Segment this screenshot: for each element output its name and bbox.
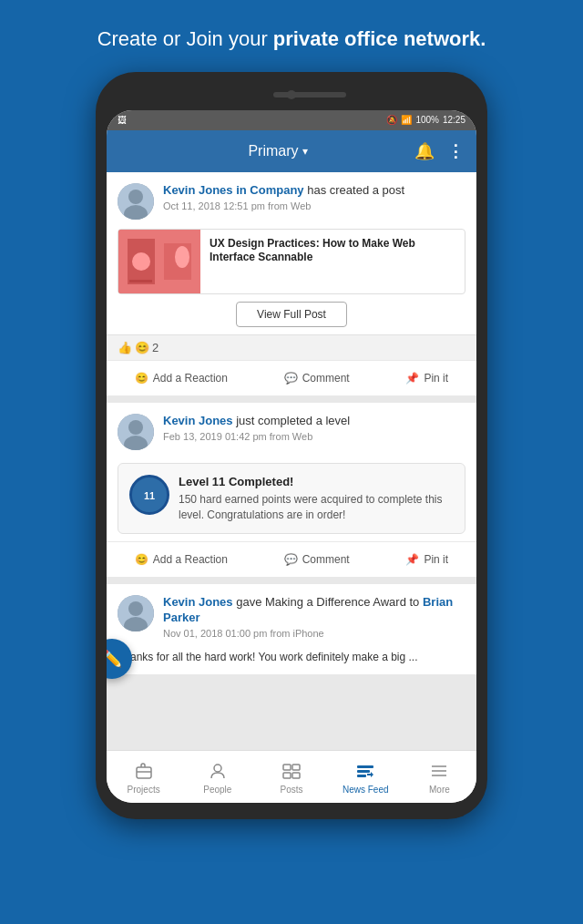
post-1-add-reaction-button[interactable]: 😊 Add a Reaction — [128, 368, 235, 388]
nav-label-newsfeed: News Feed — [343, 785, 389, 795]
post-1-time: Oct 11, 2018 12:51 pm from Web — [163, 200, 465, 211]
phone-screen: 🖼 🔕 📶 100% 12:25 Primary ▾ 🔔 ⋮ — [107, 110, 476, 803]
nav-label-projects: Projects — [128, 785, 160, 795]
phone-body: 🖼 🔕 📶 100% 12:25 Primary ▾ 🔔 ⋮ — [96, 72, 487, 819]
status-time: 12:25 — [443, 115, 465, 125]
svg-text:11: 11 — [144, 489, 155, 500]
svg-rect-20 — [283, 765, 291, 770]
post-1-link[interactable]: UX Design Practices: How to Make Web Int… — [118, 229, 465, 294]
nav-item-projects[interactable]: Projects — [107, 760, 180, 795]
headline-plain: Create or Join your — [97, 27, 273, 50]
app-header-icons: 🔔 ⋮ — [414, 141, 464, 161]
more-vertical-icon[interactable]: ⋮ — [447, 141, 464, 161]
bell-icon[interactable]: 🔔 — [414, 141, 435, 161]
status-right: 🔕 📶 100% 12:25 — [386, 115, 465, 125]
phone-speaker — [273, 92, 346, 98]
post-1-thumbnail — [118, 230, 200, 293]
post-1-actions-bar: 😊 Add a Reaction 💬 Comment 📌 Pin it — [107, 360, 476, 395]
status-image-icon: 🖼 — [118, 115, 127, 125]
briefcase-icon — [133, 760, 155, 782]
view-full-post-button[interactable]: View Full Post — [236, 302, 347, 327]
bottom-nav: Projects People — [107, 750, 476, 803]
post-1-author: Kevin Jones in Company has created a pos… — [163, 183, 465, 199]
post-2-pin-button[interactable]: 📌 Pin it — [398, 549, 455, 570]
nav-item-people[interactable]: People — [180, 760, 254, 795]
post-1-reaction-count: 👍 😊 2 — [118, 341, 159, 354]
post-3-meta: Kevin Jones gave Making a Difference Awa… — [163, 595, 465, 639]
svg-point-6 — [132, 252, 150, 271]
nav-item-newsfeed[interactable]: News Feed — [329, 760, 403, 795]
smiley-icon-2: 😊 — [135, 553, 148, 566]
pin-icon: 📌 — [405, 372, 419, 385]
svg-rect-24 — [357, 765, 373, 768]
newsfeed-icon — [354, 760, 376, 782]
status-battery: 100% — [415, 115, 439, 125]
status-left: 🖼 — [118, 115, 127, 125]
post-3-header: Kevin Jones gave Making a Difference Awa… — [107, 584, 476, 644]
svg-rect-17 — [137, 767, 151, 778]
post-1-header: Kevin Jones in Company has created a pos… — [107, 172, 476, 225]
app-title[interactable]: Primary ▾ — [248, 143, 307, 159]
post-2-actions-bar: 😊 Add a Reaction 💬 Comment 📌 Pin it — [107, 541, 476, 577]
pin-icon-2: 📌 — [405, 553, 419, 566]
status-wifi-icon: 📶 — [401, 115, 412, 125]
phone-frame: 🖼 🔕 📶 100% 12:25 Primary ▾ 🔔 ⋮ — [0, 72, 583, 819]
status-mute-icon: 🔕 — [386, 115, 397, 125]
status-bar: 🖼 🔕 📶 100% 12:25 — [107, 110, 476, 130]
comment-icon-2: 💬 — [284, 553, 298, 566]
post-3-author: Kevin Jones gave Making a Difference Awa… — [163, 595, 465, 626]
post-1-meta: Kevin Jones in Company has created a pos… — [163, 183, 465, 211]
level-title: Level 11 Completed! — [179, 475, 454, 488]
chevron-down-icon: ▾ — [302, 145, 308, 158]
post-3-time: Nov 01, 2018 01:00 pm from iPhone — [163, 628, 465, 639]
post-1-pin-button[interactable]: 📌 Pin it — [398, 368, 455, 388]
post-2-header: Kevin Jones just completed a level Feb 1… — [107, 403, 476, 456]
comment-icon: 💬 — [284, 372, 298, 385]
post-card-3: Kevin Jones gave Making a Difference Awa… — [107, 584, 476, 674]
post-2-avatar — [118, 414, 154, 450]
page-headline: Create or Join your private office netwo… — [0, 0, 583, 72]
like-icon-2: 😊 — [135, 341, 149, 354]
smiley-icon: 😊 — [135, 372, 148, 385]
post-2-meta: Kevin Jones just completed a level Feb 1… — [163, 414, 465, 442]
level-content: Level 11 Completed! 150 hard earned poin… — [179, 475, 454, 523]
svg-rect-23 — [292, 773, 300, 778]
like-icon: 👍 — [118, 341, 132, 354]
svg-point-8 — [175, 246, 189, 268]
post-1-link-title: UX Design Practices: How to Make Web Int… — [210, 237, 455, 265]
level-desc: 150 hard earned points were acquired to … — [179, 492, 454, 523]
posts-icon — [281, 760, 302, 782]
svg-rect-21 — [292, 765, 300, 770]
app-header: Primary ▾ 🔔 ⋮ — [107, 130, 476, 172]
more-icon — [428, 760, 450, 782]
nav-label-people: People — [203, 785, 231, 795]
svg-rect-7 — [129, 280, 152, 282]
svg-point-15 — [128, 601, 143, 616]
level-card: 11 Level 11 Completed! 150 hard earned p… — [118, 463, 465, 535]
post-3-avatar — [118, 595, 154, 631]
nav-label-more: More — [429, 785, 450, 795]
post-card-2: Kevin Jones just completed a level Feb 1… — [107, 403, 476, 578]
post-2-time: Feb 13, 2019 01:42 pm from Web — [163, 431, 465, 442]
person-icon — [207, 760, 229, 782]
nav-item-more[interactable]: More — [403, 760, 476, 795]
post-card-1: Kevin Jones in Company has created a pos… — [107, 172, 476, 395]
feed-container[interactable]: Kevin Jones in Company has created a pos… — [107, 172, 476, 750]
nav-item-posts[interactable]: Posts — [254, 760, 328, 795]
svg-rect-22 — [283, 773, 291, 778]
post-1-reactions-bar: 👍 😊 2 — [107, 334, 476, 360]
post-2-comment-button[interactable]: 💬 Comment — [277, 549, 357, 570]
nav-label-posts: Posts — [281, 785, 303, 795]
post-1-link-content: UX Design Practices: How to Make Web Int… — [200, 230, 465, 293]
post-3-body: Thanks for all the hard work! You work d… — [107, 644, 476, 674]
post-1-comment-button[interactable]: 💬 Comment — [277, 368, 357, 388]
post-1-avatar — [118, 183, 154, 220]
svg-point-19 — [214, 765, 221, 772]
phone-notch — [107, 83, 476, 110]
post-2-author: Kevin Jones just completed a level — [163, 414, 465, 429]
post-2-add-reaction-button[interactable]: 😊 Add a Reaction — [128, 549, 235, 570]
app-title-text: Primary — [248, 143, 298, 159]
svg-point-10 — [128, 420, 143, 435]
level-icon: 11 — [129, 475, 169, 515]
svg-point-1 — [128, 190, 143, 204]
